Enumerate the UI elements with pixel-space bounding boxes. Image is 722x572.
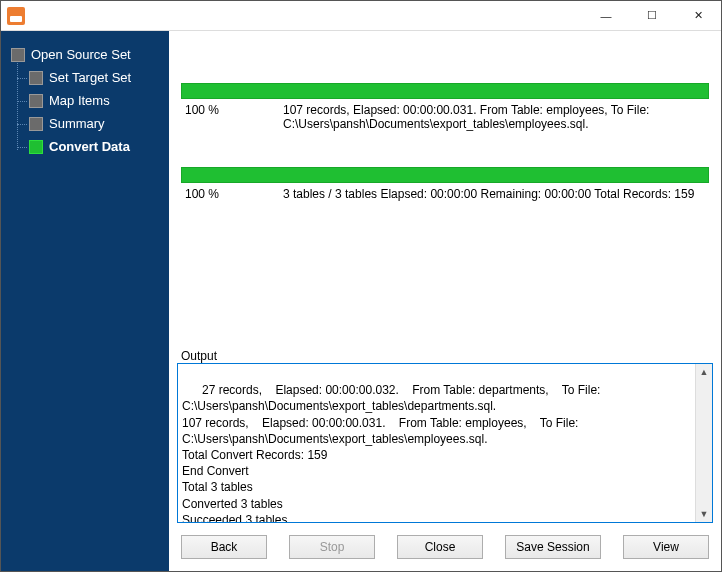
progress-text-total: 100 % 3 tables / 3 tables Elapsed: 00:00…: [181, 183, 709, 201]
button-row: Back Stop Close Save Session View: [177, 523, 713, 563]
stop-button: Stop: [289, 535, 375, 559]
node-icon: [29, 140, 43, 154]
sidebar-item-map-items[interactable]: Map Items: [29, 89, 165, 112]
output-label: Output: [177, 349, 713, 363]
close-button[interactable]: Close: [397, 535, 483, 559]
progress-detail-total: 3 tables / 3 tables Elapsed: 00:00:00 Re…: [283, 187, 705, 201]
back-button[interactable]: Back: [181, 535, 267, 559]
output-textarea[interactable]: 27 records, Elapsed: 00:00:00.032. From …: [177, 363, 713, 523]
progress-area: 100 % 107 records, Elapsed: 00:00:00.031…: [177, 33, 713, 237]
progress-detail-current: 107 records, Elapsed: 00:00:00.031. From…: [283, 103, 705, 131]
progress-text-current: 100 % 107 records, Elapsed: 00:00:00.031…: [181, 99, 709, 131]
close-window-button[interactable]: ✕: [675, 1, 721, 31]
sidebar: Open Source Set Set Target Set Map Items…: [1, 31, 169, 571]
sidebar-item-convert-data[interactable]: Convert Data: [29, 135, 165, 158]
node-icon: [29, 117, 43, 131]
scroll-down-icon[interactable]: ▼: [700, 506, 709, 522]
progress-block-current: 100 % 107 records, Elapsed: 00:00:00.031…: [181, 83, 709, 131]
window-controls: — ☐ ✕: [583, 1, 721, 31]
node-icon: [29, 71, 43, 85]
main-panel: 100 % 107 records, Elapsed: 00:00:00.031…: [169, 31, 721, 571]
sidebar-item-summary[interactable]: Summary: [29, 112, 165, 135]
sidebar-item-label: Set Target Set: [49, 70, 131, 85]
output-text: 27 records, Elapsed: 00:00:00.032. From …: [182, 383, 604, 523]
app-icon: [7, 7, 25, 25]
maximize-button[interactable]: ☐: [629, 1, 675, 31]
scrollbar[interactable]: ▲ ▼: [695, 364, 712, 522]
node-icon: [29, 94, 43, 108]
titlebar: — ☐ ✕: [1, 1, 721, 31]
progress-bar-total: [181, 167, 709, 183]
progress-percent-total: 100 %: [185, 187, 259, 201]
progress-percent-current: 100 %: [185, 103, 259, 131]
sidebar-item-set-target-set[interactable]: Set Target Set: [29, 66, 165, 89]
progress-bar-current: [181, 83, 709, 99]
node-icon: [11, 48, 25, 62]
sidebar-item-open-source-set[interactable]: Open Source Set: [11, 43, 165, 66]
tree-connector: [17, 63, 18, 150]
sidebar-item-label: Summary: [49, 116, 105, 131]
minimize-button[interactable]: —: [583, 1, 629, 31]
sidebar-item-label: Map Items: [49, 93, 110, 108]
save-session-button[interactable]: Save Session: [505, 535, 601, 559]
scroll-up-icon[interactable]: ▲: [700, 364, 709, 380]
sidebar-item-label: Convert Data: [49, 139, 130, 154]
content: Open Source Set Set Target Set Map Items…: [1, 31, 721, 571]
progress-block-total: 100 % 3 tables / 3 tables Elapsed: 00:00…: [181, 167, 709, 201]
sidebar-root-label: Open Source Set: [31, 47, 131, 62]
nav-tree: Open Source Set Set Target Set Map Items…: [11, 43, 165, 158]
view-button[interactable]: View: [623, 535, 709, 559]
